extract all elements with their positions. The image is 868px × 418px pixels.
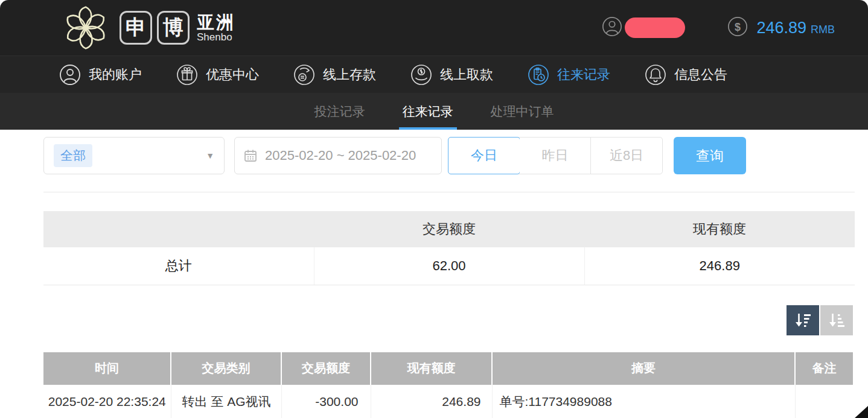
sort-descending-button[interactable]: [787, 305, 819, 335]
summary-header-amount: 交易额度: [314, 211, 584, 247]
nav-label: 我的账户: [89, 66, 142, 84]
records-header-time: 时间: [43, 352, 171, 385]
nav-label: 线上存款: [323, 66, 376, 84]
tab-transaction-records[interactable]: 往来记录: [399, 93, 457, 130]
content-area: 全部 ▼ 2025-02-20 ~ 2025-02-20 今日 昨日 近8日: [0, 137, 868, 418]
nav-label: 优惠中心: [206, 66, 259, 84]
records-table: 时间 交易类别 交易额度 现有额度 摘要 备注 2025-02-20 22:35…: [43, 352, 853, 418]
brand-logo[interactable]: 申 博 亚洲 Shenbo: [59, 2, 235, 54]
user-circle-icon: [59, 64, 81, 86]
back-to-top-corner-button[interactable]: [855, 406, 868, 418]
quick-date-group: 今日 昨日 近8日: [448, 137, 663, 174]
sort-ascending-button[interactable]: [820, 305, 853, 335]
brand-name-zh: 亚洲: [197, 13, 235, 31]
summary-header-empty: [43, 211, 314, 247]
chevron-down-icon: ▼: [206, 151, 214, 160]
record-time: 2025-02-20 22:35:24: [43, 385, 171, 418]
sort-controls: [0, 305, 853, 335]
summary-table: 交易额度 现有额度 总计 62.00 246.89: [43, 211, 855, 285]
top-header: 申 博 亚洲 Shenbo $: [0, 0, 868, 55]
summary-total-row: 总计 62.00 246.89: [43, 247, 855, 285]
records-clipboard-icon: [528, 64, 549, 86]
search-button[interactable]: 查询: [674, 137, 746, 174]
nav-item-my-account[interactable]: 我的账户: [59, 64, 142, 86]
withdraw-hand-icon: [410, 64, 432, 86]
summary-header-row: 交易额度 现有额度: [43, 211, 855, 247]
summary-header-balance: 现有额度: [584, 211, 855, 247]
brand-char-bo: 博: [157, 11, 190, 45]
deposit-coin-icon: [293, 64, 315, 86]
brand-char-shen: 申: [120, 11, 152, 45]
summary-total-label: 总计: [43, 247, 314, 285]
section-divider: [43, 192, 855, 192]
date-range-input[interactable]: 2025-02-20 ~ 2025-02-20: [234, 137, 442, 174]
records-header-note: 备注: [795, 352, 853, 385]
record-balance: 246.89: [371, 385, 492, 418]
nav-label: 往来记录: [557, 66, 610, 84]
date-range-value: 2025-02-20 ~ 2025-02-20: [265, 148, 416, 163]
nav-item-deposit[interactable]: 线上存款: [293, 64, 376, 86]
record-type: 转出 至 AG视讯: [171, 385, 281, 418]
dollar-balance-icon[interactable]: $: [727, 16, 748, 39]
sort-ascending-icon: [828, 312, 846, 329]
record-subtabs: 投注记录 往来记录 处理中订单: [0, 93, 868, 130]
username-redacted-pill[interactable]: [625, 17, 685, 38]
records-header-row: 时间 交易类别 交易额度 现有额度 摘要 备注: [43, 352, 853, 385]
record-summary: 单号:117734989088: [492, 385, 795, 418]
nav-item-transaction-records[interactable]: 往来记录: [528, 64, 610, 86]
category-selected-value: 全部: [54, 144, 92, 167]
nav-label: 信息公告: [674, 66, 727, 84]
record-amount: -300.00: [281, 385, 371, 418]
currency-label: RMB: [811, 20, 835, 36]
page: 申 博 亚洲 Shenbo $: [0, 0, 868, 418]
summary-total-amount: 62.00: [314, 247, 584, 285]
quick-yesterday-button[interactable]: 昨日: [520, 138, 591, 174]
records-header-balance: 现有额度: [371, 352, 492, 385]
sort-descending-icon: [794, 312, 812, 329]
svg-text:$: $: [735, 21, 741, 33]
quick-last8days-button[interactable]: 近8日: [591, 138, 662, 174]
summary-total-balance: 246.89: [584, 247, 855, 285]
records-header-summary: 摘要: [492, 352, 795, 385]
bell-icon: [645, 64, 666, 86]
records-header-type: 交易类别: [171, 352, 281, 385]
nav-label: 线上取款: [440, 66, 493, 84]
nav-item-withdraw[interactable]: 线上取款: [410, 64, 493, 86]
tab-betting-records[interactable]: 投注记录: [311, 93, 369, 130]
main-navigation: 我的账户 优惠中心: [0, 55, 868, 93]
nav-item-announcements[interactable]: 信息公告: [645, 64, 727, 86]
tab-pending-orders[interactable]: 处理中订单: [487, 93, 558, 130]
quick-today-button[interactable]: 今日: [448, 137, 520, 174]
records-header-amount: 交易额度: [281, 352, 371, 385]
calendar-icon: [243, 148, 258, 163]
user-avatar-icon[interactable]: [602, 16, 622, 39]
account-balance: 246.89: [756, 19, 806, 37]
brand-name-en: Shenbo: [197, 31, 235, 43]
category-select[interactable]: 全部 ▼: [43, 137, 225, 174]
gift-icon: [176, 64, 198, 86]
nav-item-promotions[interactable]: 优惠中心: [176, 64, 259, 86]
flower-logo-icon: [59, 2, 112, 54]
filter-bar: 全部 ▼ 2025-02-20 ~ 2025-02-20 今日 昨日 近8日: [43, 137, 868, 174]
record-note: [795, 385, 853, 418]
table-row: 2025-02-20 22:35:24 转出 至 AG视讯 -300.00 24…: [43, 385, 853, 418]
